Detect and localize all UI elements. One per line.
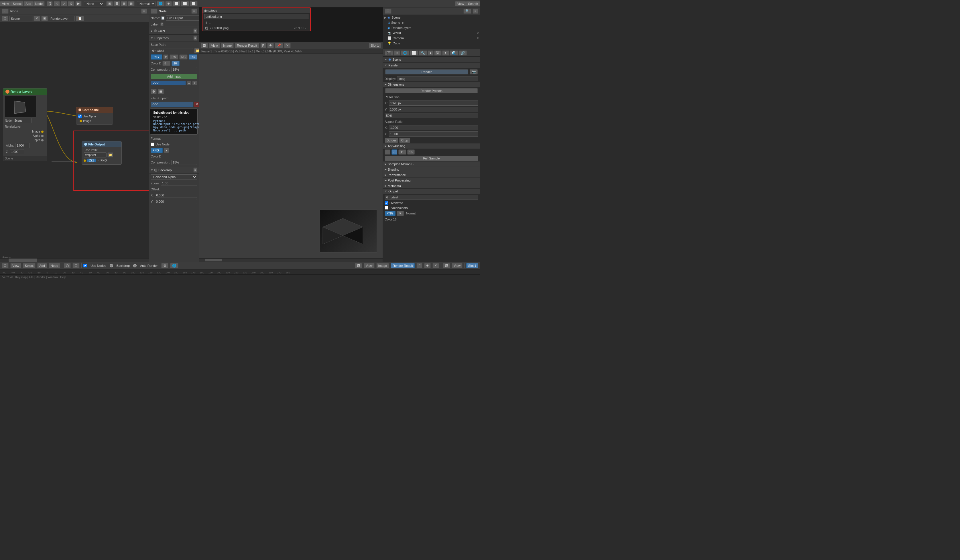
composite-node[interactable]: Composite Use Alpha Image (76, 107, 113, 124)
vp-icon3[interactable]: 🖼 (443, 263, 450, 268)
use-nodes-bottom-label[interactable]: Use Nodes (89, 263, 108, 268)
prop-icon-tex[interactable]: 🖼 (434, 50, 442, 56)
node-editor-menu[interactable]: ≡ (141, 9, 147, 14)
outliner-camera[interactable]: 📷 World ⚙ (383, 30, 480, 35)
menu-node[interactable]: Node (33, 1, 45, 6)
node-scene-input[interactable] (13, 118, 32, 123)
vp-view-btn[interactable]: View (209, 43, 220, 48)
output-format-expand[interactable]: ▼ (397, 211, 404, 216)
bottom-icon1[interactable]: ⬡ (64, 263, 71, 268)
lang-icon[interactable]: 🌐 (157, 1, 165, 6)
use-nodes-checkbox[interactable] (150, 143, 154, 146)
vp-bottom-icon[interactable]: 🖼 (355, 263, 362, 268)
renderlayer-icon2[interactable]: 📋 (76, 16, 84, 21)
overwrite-checkbox[interactable] (385, 201, 388, 205)
zoom-input[interactable] (161, 181, 197, 186)
prop-icon-scene[interactable]: ⊙ (394, 50, 400, 56)
viewport-scrollbar-thumb[interactable] (205, 259, 222, 262)
bottom-icon2[interactable]: ☐ (72, 263, 80, 268)
shading-section-header[interactable]: ▶ Shading (383, 167, 480, 172)
format-expand[interactable]: ▼ (163, 54, 168, 59)
bottom-select-btn[interactable]: Select (23, 263, 36, 268)
offset-y-input[interactable] (155, 199, 197, 204)
res-percent-input[interactable] (385, 113, 478, 118)
format2-expand[interactable]: ▼ (164, 148, 169, 153)
outliner-renderlayers[interactable]: ⊞ Scene ▶ (383, 20, 480, 25)
prop-icon-part[interactable]: ✦ (442, 50, 449, 56)
color-depth-16[interactable]: 16 (171, 61, 179, 66)
use-alpha-checkbox[interactable] (78, 115, 82, 118)
viewport-canvas[interactable] (199, 54, 382, 258)
vp-bottom-add[interactable]: ⊕ (424, 263, 431, 268)
icon-list3[interactable]: ⊠ (128, 1, 134, 6)
render-icon-btn[interactable]: 📷 (470, 69, 478, 75)
toolbar-icon-2[interactable]: ◁ (54, 1, 60, 6)
bottom-node-btn[interactable]: Node (49, 263, 60, 268)
z-value-input[interactable] (10, 149, 24, 154)
vp-icon[interactable]: 🖼 (201, 43, 208, 48)
node-props-menu[interactable]: ≡ (191, 9, 197, 14)
color-depth-8[interactable]: 8 (162, 61, 170, 66)
file-list[interactable]: ⬆ .. 🖼 ZZZ0001.png 23.9 KiB (203, 20, 310, 30)
dimensions-section-header[interactable]: ▶ Dimensions (383, 82, 480, 87)
base-path-small-input[interactable] (84, 152, 107, 158)
mode-select[interactable]: Normal (137, 1, 155, 6)
icon-extra3[interactable]: ⬜ (181, 1, 189, 6)
output-section-header[interactable]: ▼ Output (383, 189, 480, 194)
png-btn[interactable]: PNG (150, 54, 162, 59)
render-engine-select[interactable]: None (84, 1, 104, 6)
color-alpha-select[interactable]: Color and Alpha (150, 174, 197, 180)
rg-btn[interactable]: RG (179, 54, 187, 59)
outliner-content[interactable]: ▶ ◉ Scene ⊞ Scene ▶ ◉ RenderLayers 📷 Wor… (383, 15, 480, 49)
add-input-btn[interactable]: Add Input (150, 74, 197, 79)
render-btn[interactable]: Render (385, 69, 468, 75)
properties-menu[interactable]: ≡ (193, 35, 197, 41)
zzz-slot-item[interactable]: ZZZ (150, 81, 186, 85)
node-props-icon[interactable]: ⬡ (150, 9, 157, 14)
vp-bottom-result[interactable]: Render Result (390, 263, 415, 268)
aa-5[interactable]: 5 (385, 150, 390, 155)
color-menu[interactable]: ≡ (193, 28, 197, 34)
aspect-y-input[interactable] (389, 131, 478, 137)
top-search-btn[interactable]: Search (466, 1, 480, 6)
output-path-input[interactable] (385, 195, 478, 200)
name-input[interactable] (166, 16, 199, 21)
prop-icon-world[interactable]: 🌐 (401, 50, 409, 56)
scroll-down-arrow[interactable]: ▼ (192, 81, 197, 85)
render-layers-node[interactable]: Render Layers Node RenderLayer (3, 88, 47, 161)
output-png-btn[interactable]: PNG (385, 211, 395, 216)
backdrop-section-header[interactable]: ▼ Backdrop ≡ (149, 167, 199, 174)
prop-icon-mod[interactable]: 🔧 (419, 50, 427, 56)
border-btn[interactable]: Border (385, 138, 398, 143)
outliner-lamp[interactable]: 💡 Cube (383, 41, 480, 46)
bottom-view-btn[interactable]: View (10, 263, 21, 268)
backdrop-bottom-label[interactable]: Backdrop (115, 263, 131, 268)
alpha-value-input[interactable] (15, 143, 29, 148)
folder-icon[interactable]: 📁 (194, 48, 199, 53)
slot-btn[interactable]: Slot 1 (369, 43, 381, 48)
icon-list2[interactable]: ⊟ (121, 1, 128, 6)
file-browser-popup[interactable]: /tmp/test/ ⬆ .. 🖼 ZZZ0001.png 23.9 KiB (202, 8, 311, 31)
placeholders-checkbox[interactable] (385, 206, 388, 209)
node-canvas-scrollbar[interactable] (0, 258, 149, 262)
sampled-motion-header[interactable]: ▶ Sampled Motion B (383, 161, 480, 167)
prop-icon-mat[interactable]: ● (427, 50, 434, 56)
scene-select[interactable] (10, 16, 32, 21)
folder-icon-small[interactable]: 📁 (107, 152, 113, 158)
label-icon[interactable]: 🏷 (160, 22, 163, 26)
file-output-node-small[interactable]: File Output Base Path: 📁 ZZZ → PNG (82, 141, 122, 164)
settings-icon-2[interactable]: ☰ (158, 89, 164, 94)
properties-section-header[interactable]: ▼ Properties ≡ (149, 35, 199, 42)
icon-extra4[interactable]: ⬜ (190, 1, 198, 6)
settings-icon-1[interactable]: ⚙ (150, 89, 157, 94)
bottom-icon3[interactable]: ⚙ (161, 263, 168, 268)
vp-pin[interactable]: 📌 (275, 43, 283, 48)
prop-icon-phys[interactable]: 🌊 (450, 50, 458, 56)
prop-icon-constr[interactable]: 🔗 (459, 50, 467, 56)
crop-btn[interactable]: Crop (399, 138, 410, 143)
performance-section-header[interactable]: ▶ Performance (383, 172, 480, 178)
clear-subpath-btn[interactable]: ✕ (194, 102, 199, 107)
toolbar-icon-5[interactable]: ▶ (75, 1, 82, 6)
base-path-input[interactable] (150, 48, 193, 53)
aa-section-header[interactable]: ▶ Anti-Aliasing (383, 144, 480, 149)
